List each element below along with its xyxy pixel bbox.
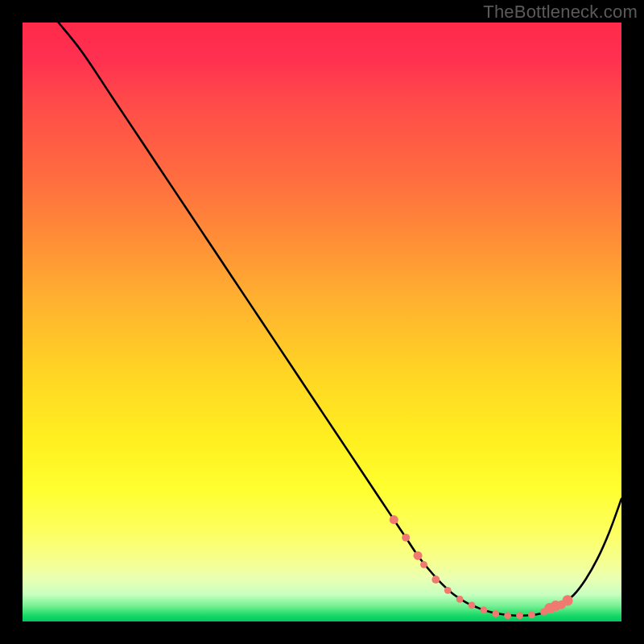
marker-dot <box>562 595 572 605</box>
optimal-range-markers <box>390 515 573 619</box>
curve-layer <box>23 23 621 621</box>
marker-dot <box>528 611 535 618</box>
marker-dot <box>444 587 452 594</box>
chart-frame: TheBottleneck.com <box>0 0 644 644</box>
marker-dot <box>431 576 440 584</box>
marker-dot <box>402 534 410 542</box>
marker-dot <box>469 602 476 609</box>
bottleneck-curve <box>59 23 621 616</box>
marker-dot <box>414 551 423 560</box>
plot-area <box>23 23 621 621</box>
marker-dot <box>390 515 398 524</box>
marker-dot <box>504 612 511 619</box>
marker-dot <box>420 561 427 568</box>
marker-dot <box>516 612 523 619</box>
marker-dot <box>456 596 464 603</box>
marker-dot <box>480 606 487 613</box>
watermark-text: TheBottleneck.com <box>483 2 638 23</box>
marker-dot <box>492 610 499 617</box>
